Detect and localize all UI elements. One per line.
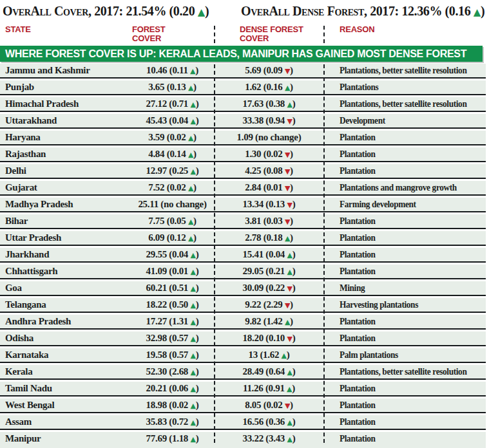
- state-name: Uttar Pradesh: [5, 231, 61, 245]
- paren-close: ): [481, 4, 484, 18]
- up-triangle-icon: ▲: [188, 184, 193, 192]
- state-name: Himachal Pradesh: [5, 97, 79, 111]
- table-row: Chhattisgarh 41.09 (0.01 ▲) 29.05 (0.21 …: [0, 265, 486, 279]
- reason-cell: Development: [340, 114, 385, 127]
- dense-forest-cover-cell: 13 (1.62 ▲): [219, 348, 319, 362]
- up-triangle-icon: ▲: [285, 234, 290, 243]
- table-row: West Bengal 18.98 (0.02 ▲) 8.05 (0.02 ▼)…: [0, 398, 486, 413]
- down-triangle-icon: ▼: [287, 285, 292, 293]
- up-triangle-icon: ▲: [191, 285, 196, 293]
- up-triangle-icon: ▲: [282, 351, 287, 360]
- reason-cell: Plantation: [340, 432, 376, 445]
- up-triangle-icon: ▲: [287, 268, 292, 276]
- dense-forest-cover-cell: 1.09 (no change): [219, 131, 319, 144]
- dense-forest-cover-cell: 11.26 (0.91 ▲): [219, 382, 319, 396]
- up-triangle-icon: ▲: [191, 335, 196, 343]
- state-name: Karnataka: [5, 348, 48, 362]
- forest-cover-cell: 52.30 (2.68 ▲): [132, 365, 213, 379]
- up-triangle-icon: ▲: [474, 6, 481, 18]
- dense-forest-cover-cell: 1.62 (0.16 ▲): [219, 80, 319, 95]
- up-triangle-icon: ▲: [285, 84, 290, 92]
- state-name: Goa: [5, 281, 22, 295]
- forest-cover-cell: 18.22 (0.50 ▲): [132, 298, 213, 312]
- reason-cell: Plantation: [340, 131, 376, 144]
- forest-cover-cell: 60.21 (0.51 ▲): [132, 281, 213, 295]
- forest-cover-cell: 27.12 (0.71 ▲): [132, 97, 213, 111]
- reason-cell: Plantation: [340, 164, 376, 178]
- up-triangle-icon: ▲: [287, 251, 292, 259]
- state-name: West Bengal: [5, 398, 54, 412]
- forest-cover-cell: 7.75 (0.05 ▲): [132, 214, 213, 229]
- up-triangle-icon: ▲: [191, 117, 196, 126]
- up-triangle-icon: ▲: [191, 385, 196, 393]
- table-row: Delhi 12.97 (0.25 ▲) 4.25 (0.08 ▼) Plant…: [0, 164, 486, 179]
- dense-forest-cover-cell: 13.34 (0.13 ▼): [219, 198, 319, 212]
- table-row: Andhra Pradesh 17.27 (1.31 ▲) 9.82 (1.42…: [0, 315, 486, 330]
- down-triangle-icon: ▼: [287, 117, 292, 126]
- table-row: Telangana 18.22 (0.50 ▲) 9.22 (2.29 ▼) H…: [0, 298, 486, 313]
- forest-cover-cell: 3.59 (0.02 ▲): [132, 131, 213, 145]
- up-triangle-icon: ▲: [285, 318, 290, 326]
- table-row: Uttarakhand 45.43 (0.04 ▲) 33.38 (0.94 ▼…: [0, 114, 486, 129]
- reason-cell: Farming development: [340, 198, 416, 211]
- dense-forest-cover-cell: 18.20 (0.10 ▼): [219, 331, 319, 346]
- reason-cell: Plantations and mangrove growth: [340, 181, 457, 194]
- table-row: Jharkhand 29.55 (0.04 ▲) 15.41 (0.04 ▲) …: [0, 248, 486, 263]
- up-triangle-icon: ▲: [190, 67, 195, 75]
- dense-forest-cover-cell: 30.09 (0.22 ▼): [219, 281, 319, 295]
- down-triangle-icon: ▼: [285, 218, 290, 226]
- dense-forest-cover-cell: 1.30 (0.02 ▼): [219, 147, 319, 162]
- state-name: Madhya Pradesh: [5, 198, 73, 211]
- down-triangle-icon: ▼: [285, 301, 290, 310]
- dense-forest-cover-cell: 4.25 (0.08 ▼): [219, 164, 319, 178]
- dense-forest-cover-cell: 33.22 (3.43 ▲): [219, 432, 319, 446]
- up-triangle-icon: ▲: [287, 435, 292, 443]
- overall-dense-text: OverAll Dense Forest, 2017: 12.36% (0.16: [241, 4, 470, 18]
- reason-cell: Harvesting plantations: [340, 298, 418, 312]
- dashed-separator: [323, 26, 325, 43]
- down-triangle-icon: ▼: [287, 201, 292, 209]
- up-triangle-icon: ▲: [188, 151, 193, 159]
- forest-cover-cell: 35.83 (0.72 ▲): [132, 415, 213, 429]
- table-row: Manipur 77.69 (1.18 ▲) 33.22 (3.43 ▲) Pl…: [0, 432, 486, 448]
- forest-cover-cell: 18.98 (0.02 ▲): [132, 398, 213, 413]
- column-header-reason: REASON: [340, 25, 417, 34]
- table-row: Rajasthan 4.84 (0.14 ▲) 1.30 (0.02 ▼) Pl…: [0, 147, 486, 162]
- up-triangle-icon: ▲: [188, 218, 193, 226]
- reason-cell: Plantation: [340, 214, 376, 228]
- up-triangle-icon: ▲: [191, 418, 196, 427]
- forest-cover-cell: 25.11 (no change): [132, 198, 213, 211]
- forest-cover-cell: 12.97 (0.25 ▲): [132, 164, 213, 178]
- reason-cell: Plantation: [340, 248, 376, 261]
- table-row: Madhya Pradesh 25.11 (no change) 13.34 (…: [0, 198, 486, 212]
- state-forest-table: Jammu and Kashmir 10.46 (0.11 ▲) 5.69 (0…: [0, 64, 486, 448]
- table-row: Assam 35.83 (0.72 ▲) 16.56 (0.36 ▲) Plan…: [0, 415, 486, 430]
- up-triangle-icon: ▲: [191, 351, 196, 360]
- forest-cover-cell: 4.84 (0.14 ▲): [132, 147, 213, 162]
- reason-cell: Palm plantations: [340, 348, 398, 362]
- dense-forest-cover-cell: 16.56 (0.36 ▲): [219, 415, 319, 429]
- overall-cover-stat: OverAll Cover, 2017: 21.54% (0.20 ▲): [3, 2, 209, 20]
- state-name: Uttarakhand: [5, 114, 57, 127]
- state-name: Jammu and Kashmir: [5, 64, 90, 77]
- table-row: Gujarat 7.52 (0.02 ▲) 2.84 (0.01 ▼) Plan…: [0, 181, 486, 196]
- reason-cell: Plantations, better satellite resolution: [340, 97, 466, 111]
- up-triangle-icon: ▲: [191, 301, 196, 310]
- dense-forest-cover-cell: 9.22 (2.29 ▼): [219, 298, 319, 312]
- state-name: Andhra Pradesh: [5, 315, 71, 328]
- state-name: Punjab: [5, 80, 34, 94]
- table-row: Kerala 52.30 (2.68 ▲) 28.49 (0.64 ▲) Pla…: [0, 365, 486, 380]
- forest-cover-cell: 29.55 (0.04 ▲): [132, 248, 213, 262]
- section-title-banner: WHERE FOREST COVER IS UP: KERALA LEADS, …: [0, 46, 483, 62]
- up-triangle-icon: ▲: [191, 251, 196, 259]
- dense-forest-cover-cell: 9.82 (1.42 ▲): [219, 315, 319, 329]
- reason-cell: Mining: [340, 281, 365, 295]
- dense-forest-cover-cell: 17.63 (0.38 ▲): [219, 97, 319, 111]
- forest-cover-cell: 19.58 (0.57 ▲): [132, 348, 213, 362]
- state-name: Odisha: [5, 331, 34, 345]
- dense-forest-cover-cell: 28.49 (0.64 ▲): [219, 365, 319, 379]
- up-triangle-icon: ▲: [191, 167, 196, 176]
- forest-cover-cell: 10.46 (0.11 ▲): [132, 64, 213, 78]
- forest-cover-cell: 17.27 (1.31 ▲): [132, 315, 213, 329]
- up-triangle-icon: ▲: [188, 84, 193, 92]
